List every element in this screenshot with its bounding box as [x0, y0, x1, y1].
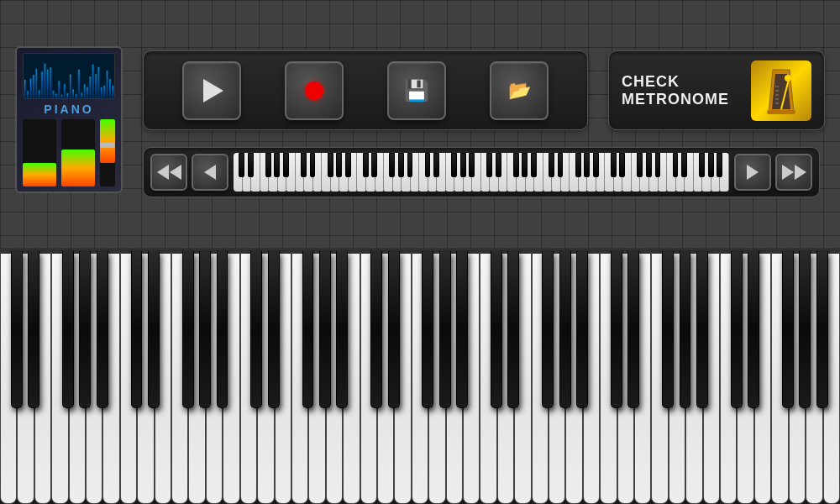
mini-white-key[interactable]	[411, 153, 420, 192]
mini-white-key[interactable]	[605, 153, 614, 192]
mini-white-key[interactable]	[526, 153, 535, 192]
nav-left-button[interactable]	[150, 154, 187, 191]
mini-white-key[interactable]	[472, 153, 481, 192]
mini-white-key[interactable]	[402, 153, 411, 192]
mini-white-key[interactable]	[507, 153, 517, 192]
white-key[interactable]	[565, 251, 582, 504]
mini-white-key[interactable]	[659, 153, 668, 192]
white-key[interactable]	[412, 251, 428, 504]
white-key[interactable]	[497, 251, 514, 504]
mini-white-key[interactable]	[490, 153, 499, 192]
white-key[interactable]	[120, 251, 137, 504]
mini-white-key[interactable]	[543, 153, 553, 192]
mini-white-key[interactable]	[640, 153, 649, 192]
mini-white-key[interactable]	[454, 153, 464, 192]
mini-white-key[interactable]	[676, 153, 685, 192]
mini-white-key[interactable]	[667, 153, 676, 192]
white-key[interactable]	[223, 251, 239, 504]
white-key[interactable]	[377, 251, 394, 504]
white-key[interactable]	[394, 251, 411, 504]
mini-white-key[interactable]	[632, 153, 641, 192]
white-key[interactable]	[600, 251, 617, 504]
mini-white-key[interactable]	[251, 153, 260, 192]
white-key[interactable]	[308, 251, 325, 504]
white-key[interactable]	[240, 251, 257, 504]
white-key[interactable]	[86, 251, 102, 504]
white-key[interactable]	[754, 251, 771, 504]
mini-white-key[interactable]	[366, 153, 375, 192]
white-key[interactable]	[771, 251, 788, 504]
mini-white-key[interactable]	[243, 153, 252, 192]
white-key[interactable]	[428, 251, 445, 504]
white-key[interactable]	[549, 251, 565, 504]
mini-white-key[interactable]	[622, 153, 632, 192]
white-key[interactable]	[275, 251, 291, 504]
white-key[interactable]	[806, 251, 822, 504]
mini-white-key[interactable]	[419, 153, 428, 192]
white-key[interactable]	[360, 251, 377, 504]
white-key[interactable]	[634, 251, 651, 504]
white-key[interactable]	[188, 251, 205, 504]
white-key[interactable]	[326, 251, 343, 504]
mini-white-key[interactable]	[331, 153, 340, 192]
white-key[interactable]	[155, 251, 171, 504]
play-button[interactable]	[182, 61, 241, 120]
white-key[interactable]	[102, 251, 119, 504]
nav-forward-button[interactable]	[734, 154, 771, 191]
white-key[interactable]	[669, 251, 685, 504]
white-key[interactable]	[480, 251, 496, 504]
white-key[interactable]	[69, 251, 86, 504]
mini-white-key[interactable]	[437, 153, 446, 192]
white-key[interactable]	[51, 251, 68, 504]
mini-white-key[interactable]	[339, 153, 349, 192]
mini-white-key[interactable]	[384, 153, 393, 192]
mini-white-key[interactable]	[534, 153, 543, 192]
mini-white-key[interactable]	[702, 153, 711, 192]
mini-white-key[interactable]	[720, 153, 729, 192]
white-key[interactable]	[532, 251, 549, 504]
white-key[interactable]	[685, 251, 702, 504]
mini-white-key[interactable]	[313, 153, 323, 192]
mini-white-key[interactable]	[304, 153, 313, 192]
white-key[interactable]	[446, 251, 463, 504]
mini-white-key[interactable]	[375, 153, 385, 192]
mini-white-key[interactable]	[570, 153, 579, 192]
mini-white-key[interactable]	[357, 153, 366, 192]
mini-white-key[interactable]	[234, 153, 243, 192]
white-key[interactable]	[737, 251, 753, 504]
white-key[interactable]	[0, 251, 17, 504]
mini-white-key[interactable]	[393, 153, 402, 192]
mini-white-key[interactable]	[694, 153, 703, 192]
save-button[interactable]: 💾	[387, 61, 446, 120]
white-key[interactable]	[789, 251, 806, 504]
mini-white-key[interactable]	[711, 153, 721, 192]
white-key[interactable]	[291, 251, 308, 504]
fader-1[interactable]	[23, 119, 56, 186]
mini-white-key[interactable]	[685, 153, 694, 192]
white-key[interactable]	[17, 251, 34, 504]
mini-white-key[interactable]	[286, 153, 296, 192]
nav-right-button[interactable]	[775, 154, 812, 191]
mini-white-key[interactable]	[260, 153, 270, 192]
mini-white-key[interactable]	[579, 153, 588, 192]
white-key[interactable]	[823, 251, 840, 504]
mini-white-key[interactable]	[587, 153, 596, 192]
mini-white-key[interactable]	[322, 153, 331, 192]
mini-white-key[interactable]	[596, 153, 606, 192]
white-key[interactable]	[651, 251, 668, 504]
metronome-button[interactable]: CHECK METRONOME	[608, 50, 825, 130]
white-key[interactable]	[583, 251, 600, 504]
mini-white-key[interactable]	[561, 153, 570, 192]
white-key[interactable]	[463, 251, 480, 504]
white-key[interactable]	[720, 251, 737, 504]
mini-white-key[interactable]	[278, 153, 287, 192]
white-key[interactable]	[137, 251, 154, 504]
white-key[interactable]	[703, 251, 720, 504]
mini-white-key[interactable]	[349, 153, 358, 192]
white-key[interactable]	[617, 251, 634, 504]
mini-white-key[interactable]	[517, 153, 526, 192]
white-key[interactable]	[34, 251, 51, 504]
mini-white-key[interactable]	[481, 153, 491, 192]
mini-white-key[interactable]	[649, 153, 659, 192]
fader-2[interactable]	[61, 119, 95, 186]
